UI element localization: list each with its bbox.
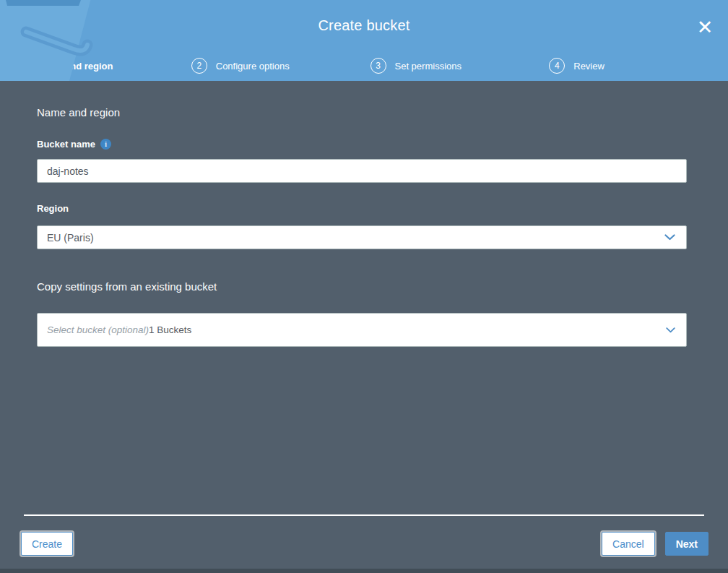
info-icon[interactable]: i <box>100 139 111 150</box>
region-select-value: EU (Paris) <box>47 232 664 244</box>
modal-header: Create bucket ✕ 1 Name and region 2 Conf… <box>0 0 728 81</box>
bottom-strip <box>0 569 728 573</box>
close-icon[interactable]: ✕ <box>693 16 716 39</box>
step-4-circle: 4 <box>549 58 565 74</box>
step-1-label: Name and region <box>37 61 113 72</box>
bucket-name-label: Bucket name i <box>37 139 687 150</box>
chevron-down-icon <box>664 234 675 241</box>
cancel-button[interactable]: Cancel <box>602 532 655 556</box>
create-button[interactable]: Create <box>21 532 73 556</box>
section-heading-copy-settings: Copy settings from an existing bucket <box>37 280 687 293</box>
modal-title: Create bucket <box>318 17 410 34</box>
chevron-down-icon <box>666 327 675 333</box>
step-set-permissions[interactable]: 3 Set permissions <box>370 58 550 74</box>
region-label-text: Region <box>37 203 69 214</box>
step-4-label: Review <box>573 61 604 72</box>
bucket-name-label-text: Bucket name <box>37 139 95 150</box>
step-2-circle: 2 <box>191 58 207 74</box>
create-bucket-modal: Create bucket ✕ 1 Name and region 2 Conf… <box>0 0 728 573</box>
step-name-and-region[interactable]: 1 Name and region <box>12 58 191 74</box>
modal-body: Name and region Bucket name i Region EU … <box>0 81 728 347</box>
step-indicator: 1 Name and region 2 Configure options 3 … <box>0 51 728 81</box>
copy-settings-bucket-count: 1 Buckets <box>149 324 191 335</box>
step-review[interactable]: 4 Review <box>549 58 728 74</box>
step-1-circle: 1 <box>12 58 28 74</box>
footer-buttons: Create Cancel Next <box>0 516 728 569</box>
step-3-label: Set permissions <box>395 61 462 72</box>
modal-titlebar: Create bucket <box>0 0 728 51</box>
next-button[interactable]: Next <box>665 532 708 556</box>
footer-right-buttons: Cancel Next <box>602 532 708 556</box>
copy-settings-placeholder: Select bucket (optional) <box>47 324 149 335</box>
region-select[interactable]: EU (Paris) <box>37 225 687 249</box>
bucket-name-input[interactable] <box>37 159 687 183</box>
section-heading-name-and-region: Name and region <box>37 81 687 119</box>
modal-footer: Create Cancel Next <box>0 514 728 569</box>
step-2-label: Configure options <box>216 61 290 72</box>
copy-settings-select[interactable]: Select bucket (optional) 1 Buckets <box>37 313 687 347</box>
step-3-circle: 3 <box>370 58 386 74</box>
region-label: Region <box>37 203 687 214</box>
step-configure-options[interactable]: 2 Configure options <box>191 58 370 74</box>
